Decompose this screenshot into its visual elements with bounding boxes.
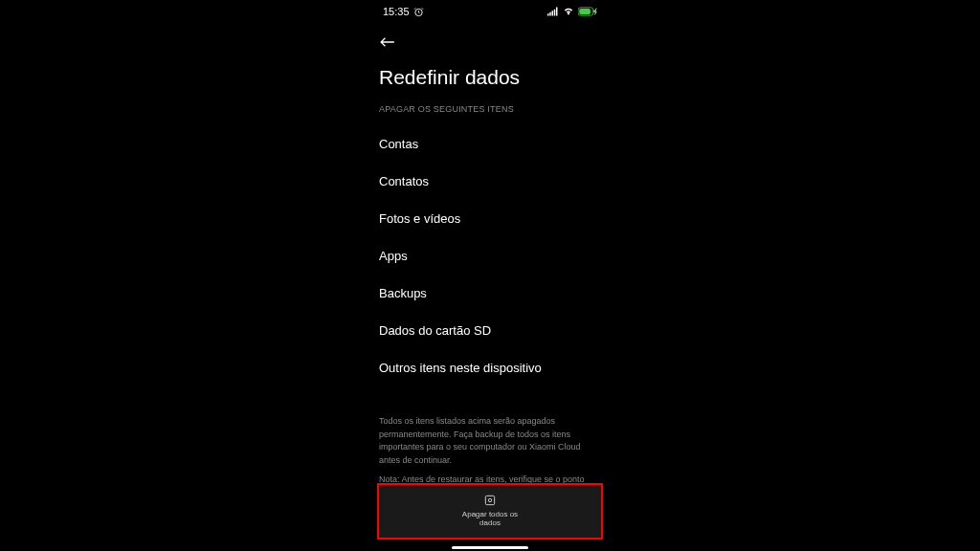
battery-icon xyxy=(578,7,597,16)
section-label: APAGAR OS SEGUINTES ITENS xyxy=(366,104,614,125)
svg-rect-4 xyxy=(554,10,556,16)
phone-screen: 15:35 xyxy=(366,0,614,551)
list-item: Contas xyxy=(379,125,601,163)
page-title: Redefinir dados xyxy=(366,58,614,104)
erase-all-button[interactable]: Apagar todos os dados xyxy=(379,485,601,538)
signal-icon xyxy=(547,7,559,16)
wifi-icon xyxy=(563,7,574,16)
svg-rect-3 xyxy=(552,11,554,15)
status-bar: 15:35 xyxy=(366,0,614,23)
status-left: 15:35 xyxy=(383,6,424,17)
bottom-button-highlight: Apagar todos os dados xyxy=(377,483,603,540)
svg-point-10 xyxy=(488,498,491,501)
status-right xyxy=(547,7,597,16)
erase-all-label: Apagar todos os dados xyxy=(457,510,523,528)
list-item: Fotos e vídeos xyxy=(379,200,601,237)
home-indicator[interactable] xyxy=(452,546,528,549)
list-item: Dados do cartão SD xyxy=(379,312,601,349)
list-item: Contatos xyxy=(379,163,601,200)
list-item: Outros itens neste dispositivo xyxy=(379,349,601,386)
svg-rect-1 xyxy=(547,13,549,15)
svg-rect-2 xyxy=(549,12,551,16)
reset-icon xyxy=(482,493,498,508)
list-items: Contas Contatos Fotos e vídeos Apps Back… xyxy=(366,125,614,386)
list-item: Backups xyxy=(379,275,601,312)
arrow-left-icon xyxy=(379,36,396,48)
back-button[interactable] xyxy=(366,23,614,58)
status-time: 15:35 xyxy=(383,6,410,17)
svg-rect-5 xyxy=(556,8,558,16)
svg-rect-9 xyxy=(485,496,494,504)
list-item: Apps xyxy=(379,237,601,275)
svg-rect-7 xyxy=(579,9,590,14)
alarm-icon xyxy=(413,7,424,17)
description-text: Todos os itens listados acima serão apag… xyxy=(366,386,614,471)
